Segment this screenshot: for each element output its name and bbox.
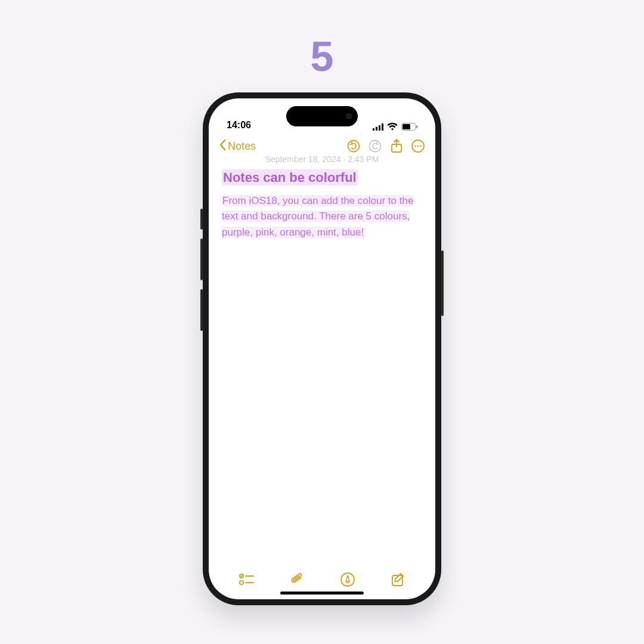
svg-point-11 xyxy=(414,145,416,147)
power-button xyxy=(441,250,444,316)
svg-rect-6 xyxy=(416,125,417,128)
silence-switch xyxy=(200,209,203,230)
back-button[interactable]: Notes xyxy=(218,139,256,154)
screen: 14:06 Notes xyxy=(209,98,435,599)
volume-down-button xyxy=(200,289,203,331)
share-button[interactable] xyxy=(389,138,404,154)
svg-rect-3 xyxy=(382,123,383,131)
dynamic-island xyxy=(286,106,358,126)
note-body-text[interactable]: From iOS18, you can add the colour to th… xyxy=(222,193,422,240)
undo-button[interactable] xyxy=(346,138,361,154)
note-timestamp: September 18, 2024 · 2:43 PM xyxy=(209,154,435,164)
battery-icon xyxy=(401,123,417,131)
attachment-button[interactable] xyxy=(288,571,306,589)
checklist-button[interactable] xyxy=(237,571,255,589)
volume-up-button xyxy=(200,239,203,280)
wifi-icon xyxy=(387,123,398,131)
svg-point-7 xyxy=(348,141,360,152)
more-button[interactable] xyxy=(410,138,426,154)
chevron-left-icon xyxy=(218,139,227,154)
slide-number: 5 xyxy=(311,33,334,80)
status-time: 14:06 xyxy=(227,120,251,131)
svg-rect-2 xyxy=(379,125,380,131)
iphone-frame: 14:06 Notes xyxy=(203,92,441,605)
cellular-signal-icon xyxy=(373,123,383,131)
svg-rect-0 xyxy=(373,128,374,131)
svg-rect-5 xyxy=(402,124,410,129)
home-indicator[interactable] xyxy=(280,592,364,595)
svg-rect-1 xyxy=(376,126,377,131)
svg-point-16 xyxy=(239,581,243,584)
svg-point-13 xyxy=(420,145,422,147)
compose-button[interactable] xyxy=(389,571,407,589)
markup-button[interactable] xyxy=(339,571,357,589)
note-title[interactable]: Notes can be colorful xyxy=(222,169,358,185)
redo-button xyxy=(367,138,383,154)
back-label: Notes xyxy=(228,140,256,153)
svg-point-12 xyxy=(417,145,419,147)
note-content-area[interactable]: Notes can be colorful From iOS18, you ca… xyxy=(209,164,435,564)
svg-point-8 xyxy=(370,141,381,152)
